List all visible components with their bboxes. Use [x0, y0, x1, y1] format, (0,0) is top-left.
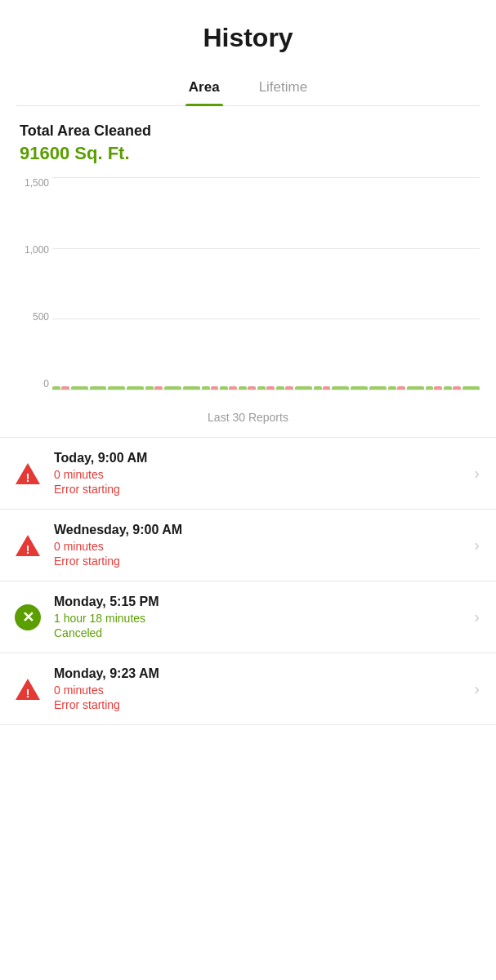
- bar-green: [108, 386, 125, 390]
- chart-area: 1,500 1,000 500 0: [16, 177, 480, 406]
- warning-icon: !: [13, 459, 42, 488]
- history-title: Today, 9:00 AM: [54, 451, 467, 466]
- chevron-right-icon: ›: [474, 464, 480, 483]
- chart-container: 1,500 1,000 500 0 Last 30 Reports: [0, 171, 496, 437]
- bar-group: [295, 386, 312, 390]
- bar-group: [407, 386, 424, 390]
- bar-group: [444, 386, 461, 390]
- bar-group: [164, 386, 181, 390]
- bar-group: [183, 386, 200, 390]
- chevron-right-icon: ›: [474, 536, 480, 555]
- y-label-0: 0: [16, 378, 49, 390]
- bar-green: [164, 386, 181, 390]
- bar-green: [444, 386, 452, 390]
- chart-bars: [52, 177, 480, 390]
- bar-group: [90, 386, 107, 390]
- bar-pink: [154, 386, 163, 390]
- history-content: Today, 9:00 AM0 minutesError starting: [54, 451, 467, 496]
- history-content: Wednesday, 9:00 AM0 minutesError startin…: [54, 523, 467, 568]
- svg-text:!: !: [26, 470, 30, 484]
- bar-group: [202, 386, 219, 390]
- bar-pink: [211, 386, 219, 390]
- cancel-icon: ✕: [13, 603, 42, 632]
- svg-text:!: !: [26, 686, 30, 700]
- bar-group: [257, 386, 275, 390]
- bar-pink: [397, 386, 405, 390]
- bar-group: [239, 386, 256, 390]
- bar-green: [202, 386, 210, 390]
- bar-green: [239, 386, 247, 390]
- bar-group: [276, 386, 293, 390]
- svg-text:!: !: [26, 542, 30, 556]
- y-label-1500: 1,500: [16, 177, 49, 189]
- bar-green: [127, 386, 144, 390]
- bar-group: [52, 386, 69, 390]
- history-status: Error starting: [54, 698, 467, 711]
- bar-pink: [453, 386, 461, 390]
- y-label-500: 500: [16, 311, 49, 323]
- bar-green: [90, 386, 107, 390]
- history-item[interactable]: ! Today, 9:00 AM0 minutesError starting›: [0, 438, 496, 510]
- history-duration: 1 hour 18 minutes: [54, 612, 467, 625]
- bar-group: [351, 386, 368, 390]
- bar-green: [183, 386, 200, 390]
- cancel-circle-icon: ✕: [14, 604, 42, 631]
- bar-green: [407, 386, 424, 390]
- history-status: Error starting: [54, 555, 467, 568]
- chart-y-labels: 1,500 1,000 500 0: [16, 177, 49, 390]
- y-label-1000: 1,000: [16, 244, 49, 256]
- history-content: Monday, 9:23 AM0 minutesError starting: [54, 666, 467, 711]
- warning-triangle-icon: !: [14, 532, 42, 559]
- bar-group: [426, 386, 443, 390]
- warning-icon: !: [13, 675, 42, 704]
- bar-pink: [248, 386, 256, 390]
- svg-text:✕: ✕: [22, 609, 34, 626]
- bar-green: [351, 386, 368, 390]
- bar-green: [52, 386, 60, 390]
- bar-group: [314, 386, 331, 390]
- bar-green: [276, 386, 284, 390]
- chevron-right-icon: ›: [474, 679, 480, 698]
- bar-green: [257, 386, 266, 390]
- history-status: Error starting: [54, 483, 467, 496]
- stats-section: Total Area Cleaned 91600 Sq. Ft.: [0, 106, 496, 171]
- bar-green: [462, 386, 480, 390]
- tab-area[interactable]: Area: [185, 73, 223, 105]
- history-status: Canceled: [54, 626, 467, 639]
- history-item[interactable]: ✕ Monday, 5:15 PM1 hour 18 minutesCancel…: [0, 581, 496, 653]
- history-title: Wednesday, 9:00 AM: [54, 523, 467, 537]
- page-title: History: [16, 23, 480, 53]
- bar-pink: [266, 386, 275, 390]
- bar-group: [388, 386, 405, 390]
- history-title: Monday, 9:23 AM: [54, 666, 467, 681]
- bar-pink: [229, 386, 237, 390]
- bar-green: [388, 386, 396, 390]
- history-item[interactable]: ! Wednesday, 9:00 AM0 minutesError start…: [0, 510, 496, 581]
- history-item[interactable]: ! Monday, 9:23 AM0 minutesError starting…: [0, 653, 496, 725]
- history-duration: 0 minutes: [54, 468, 467, 481]
- bar-pink: [285, 386, 293, 390]
- warning-icon: !: [13, 531, 42, 560]
- history-duration: 0 minutes: [54, 684, 467, 697]
- bar-green: [314, 386, 322, 390]
- bar-group: [145, 386, 163, 390]
- warning-triangle-icon: !: [14, 675, 42, 703]
- bar-green: [145, 386, 154, 390]
- chart-caption: Last 30 Reports: [16, 406, 480, 434]
- bar-green: [71, 386, 88, 390]
- bar-green: [369, 386, 387, 390]
- bar-group: [71, 386, 88, 390]
- page-header: History: [0, 0, 496, 66]
- tab-bar: Area Lifetime: [16, 66, 480, 106]
- bar-group: [332, 386, 349, 390]
- bar-green: [332, 386, 349, 390]
- grid-line-0: [52, 390, 480, 390]
- stats-label: Total Area Cleaned: [20, 122, 476, 140]
- tab-lifetime[interactable]: Lifetime: [256, 73, 311, 105]
- bar-green: [220, 386, 228, 390]
- bar-group: [220, 386, 237, 390]
- bar-group: [369, 386, 387, 390]
- bar-group: [108, 386, 125, 390]
- history-list: ! Today, 9:00 AM0 minutesError starting›…: [0, 437, 496, 725]
- bar-green: [426, 386, 434, 390]
